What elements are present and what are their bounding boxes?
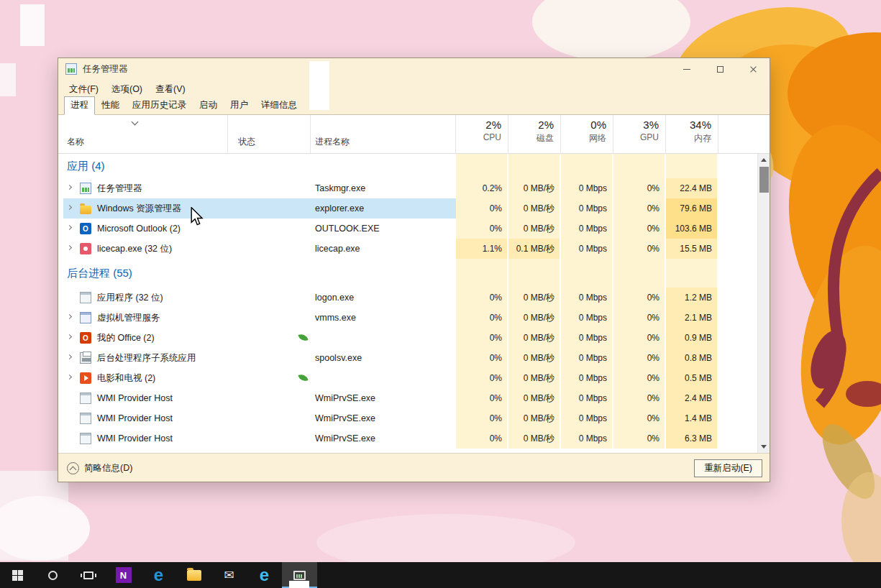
vertical-scrollbar[interactable] (757, 154, 770, 453)
process-row[interactable]: Microsoft Outlook (2)OUTLOOK.EXE0%0 MB/秒… (58, 219, 759, 239)
menu-item-1[interactable]: 选项(O) (105, 81, 149, 98)
tab-1[interactable]: 性能 (95, 96, 126, 115)
maximize-button[interactable] (703, 58, 736, 80)
tab-2[interactable]: 应用历史记录 (126, 96, 193, 115)
window-title: 任务管理器 (83, 63, 128, 75)
fewer-details-toggle[interactable]: 简略信息(D) (67, 454, 132, 482)
taskbar-mail-button[interactable]: ✉ (211, 562, 247, 588)
metric-cell: 0% (456, 408, 507, 428)
movies-icon (80, 372, 91, 384)
expander-chevron-icon[interactable] (67, 245, 72, 250)
sort-chevron-icon[interactable] (132, 119, 139, 126)
metric-cell: 0 Mbps (561, 239, 612, 259)
table-body: 应用 (4)任务管理器Taskmgr.exe0.2%0 MB/秒0 Mbps0%… (58, 154, 770, 453)
restart-button[interactable]: 重新启动(E) (694, 459, 762, 477)
process-row[interactable]: Windows 资源管理器explorer.exe0%0 MB/秒0 Mbps0… (58, 198, 759, 219)
metric-cell: 0% (613, 388, 665, 408)
metric-cell: 1.2 MB (666, 288, 717, 308)
header-gridline (560, 115, 561, 153)
process-group-row[interactable]: 后台进程 (55) (58, 259, 759, 288)
taskbar-task-view-button[interactable] (70, 562, 106, 588)
maximize-icon (717, 66, 723, 73)
taskbar-cortana-button[interactable] (35, 562, 70, 588)
task-manager-app-icon (65, 63, 77, 75)
column-header-disk[interactable]: 2%磁盘 (508, 115, 560, 153)
column-header-cpu[interactable]: 2%CPU (456, 115, 507, 153)
metric-cell: 103.6 MB (666, 219, 717, 239)
taskbar-file-explorer-button[interactable] (176, 562, 211, 588)
group-label: 后台进程 (55) (67, 267, 132, 280)
scroll-up-arrow[interactable] (758, 154, 770, 166)
metric-cell: 0 Mbps (561, 428, 612, 449)
tab-4[interactable]: 用户 (224, 96, 255, 115)
process-group-row[interactable]: 应用 (4) (58, 154, 759, 178)
expander-chevron-icon[interactable] (67, 185, 72, 190)
expander-chevron-icon[interactable] (67, 314, 72, 319)
scroll-down-arrow[interactable] (758, 441, 770, 453)
process-row[interactable]: WMI Provider HostWmiPrvSE.exe0%0 MB/秒0 M… (58, 428, 759, 449)
metric-cell: 0 Mbps (561, 408, 612, 428)
metric-cell: 0 Mbps (561, 328, 612, 348)
column-header-name[interactable]: 名称 (67, 136, 84, 148)
metric-cell: 1.4 MB (666, 408, 717, 428)
taskbar-edge-button[interactable]: e (141, 562, 176, 588)
chevron-up-circle-icon (67, 462, 79, 474)
expander-chevron-icon[interactable] (67, 334, 72, 339)
expander-chevron-icon[interactable] (67, 225, 72, 230)
metric-cell (613, 259, 665, 288)
process-name: 电影和电视 (2) (97, 372, 155, 385)
close-button[interactable] (736, 58, 770, 80)
process-row[interactable]: 任务管理器Taskmgr.exe0.2%0 MB/秒0 Mbps0%22.4 M… (58, 178, 759, 198)
wmi-icon (80, 433, 91, 444)
taskbar-onenote-button[interactable]: N (106, 562, 141, 588)
menu-item-2[interactable]: 查看(V) (149, 81, 192, 98)
process-exe-name: WmiPrvSE.exe (315, 393, 375, 403)
taskbar-internet-explorer-button[interactable]: e (247, 562, 282, 588)
process-row[interactable]: WMI Provider HostWmiPrvSE.exe0%0 MB/秒0 M… (58, 408, 759, 428)
suspended-leaf-icon (298, 372, 308, 382)
process-row[interactable]: 后台处理程序子系统应用spoolsv.exe0%0 MB/秒0 Mbps0%0.… (58, 348, 759, 368)
metric-cell: 0 MB/秒 (508, 198, 560, 219)
column-header-network[interactable]: 0%网络 (561, 115, 612, 153)
metric-cell: 0 Mbps (561, 288, 612, 308)
column-header-memory[interactable]: 34%内存 (666, 115, 717, 153)
scrollbar-thumb[interactable] (759, 167, 769, 193)
process-name: Windows 资源管理器 (97, 203, 181, 215)
tab-5[interactable]: 详细信息 (255, 96, 303, 115)
metric-cell (613, 154, 665, 178)
close-icon (749, 65, 757, 73)
metric-cell (561, 154, 612, 178)
metric-cell (561, 259, 612, 288)
process-row[interactable]: 虚拟机管理服务vmms.exe0%0 MB/秒0 Mbps0%2.1 MB (58, 308, 759, 328)
metric-cell: 0 MB/秒 (508, 288, 560, 308)
process-row[interactable]: 电影和电视 (2)0%0 MB/秒0 Mbps0%0.5 MB (58, 368, 759, 388)
tab-0[interactable]: 进程 (64, 96, 95, 115)
taskbar-start-button[interactable] (0, 562, 35, 588)
metric-cell: 0% (613, 198, 665, 219)
process-row[interactable]: 应用程序 (32 位)logon.exe0%0 MB/秒0 Mbps0%1.2 … (58, 288, 759, 308)
metric-cell: 0 MB/秒 (508, 178, 560, 198)
process-row[interactable]: licecap.exe (32 位)licecap.exe1.1%0.1 MB/… (58, 239, 759, 259)
process-name: WMI Provider Host (97, 393, 173, 403)
metric-cell: 0% (613, 368, 665, 388)
metric-cell: 0 Mbps (561, 368, 612, 388)
process-row[interactable]: 我的 Office (2)0%0 MB/秒0 Mbps0%0.9 MB (58, 328, 759, 348)
menu-item-0[interactable]: 文件(F) (63, 81, 105, 98)
minimize-button[interactable] (670, 58, 703, 80)
metric-cell: 0 MB/秒 (508, 219, 560, 239)
title-bar[interactable]: 任务管理器 (58, 58, 770, 80)
expander-chevron-icon[interactable] (67, 354, 72, 359)
process-row[interactable]: WMI Provider HostWmiPrvSE.exe0%0 MB/秒0 M… (58, 388, 759, 408)
metric-cell (666, 259, 717, 288)
process-exe-name: spoolsv.exe (315, 353, 362, 363)
process-name: Microsoft Outlook (2) (97, 224, 181, 234)
column-header-status[interactable]: 状态 (238, 136, 255, 148)
column-header-process[interactable]: 进程名称 (315, 136, 350, 148)
header-gridline (310, 115, 311, 153)
process-name: WMI Provider Host (97, 413, 173, 423)
tab-3[interactable]: 启动 (193, 96, 224, 115)
column-header-gpu[interactable]: 3%GPU (613, 115, 665, 153)
expander-chevron-icon[interactable] (67, 375, 72, 380)
metric-cell: 0% (456, 368, 507, 388)
metric-cell: 0.2% (456, 178, 507, 198)
